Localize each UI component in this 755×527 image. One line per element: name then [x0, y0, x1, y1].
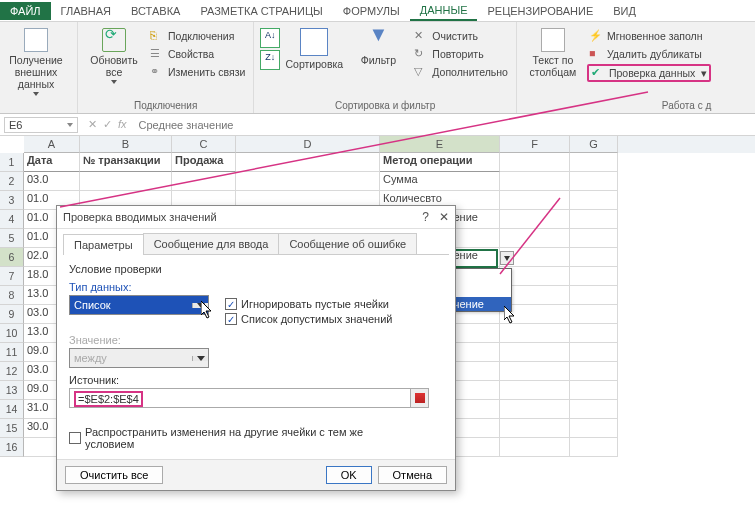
cell-C2[interactable] — [172, 172, 236, 191]
row-header-16[interactable]: 16 — [0, 438, 24, 457]
cell-A1[interactable]: Дата — [24, 153, 80, 172]
row-header-5[interactable]: 5 — [0, 229, 24, 248]
sort-button[interactable]: Сортировка — [284, 24, 344, 70]
tab-formulas[interactable]: ФОРМУЛЫ — [333, 2, 410, 20]
cell-G13[interactable] — [570, 381, 618, 400]
in-cell-dropdown-checkbox[interactable]: ✓ — [225, 313, 237, 325]
allow-type-combo[interactable]: Список — [69, 295, 209, 315]
remove-duplicates-button[interactable]: ■Удалить дубликаты — [587, 46, 711, 62]
cell-F13[interactable] — [500, 381, 570, 400]
column-header-B[interactable]: B — [80, 136, 172, 153]
cell-F1[interactable] — [500, 153, 570, 172]
cell-G1[interactable] — [570, 153, 618, 172]
row-header-11[interactable]: 11 — [0, 343, 24, 362]
source-input[interactable]: =$E$2:$E$4 — [69, 388, 429, 408]
dialog-tab-error-alert[interactable]: Сообщение об ошибке — [278, 233, 417, 254]
cell-F15[interactable] — [500, 419, 570, 438]
row-header-10[interactable]: 10 — [0, 324, 24, 343]
cell-G15[interactable] — [570, 419, 618, 438]
apply-changes-checkbox[interactable] — [69, 432, 81, 444]
accept-formula-icon[interactable]: ✓ — [103, 118, 112, 131]
flash-fill-button[interactable]: ⚡Мгновенное заполн — [587, 28, 711, 44]
column-header-A[interactable]: A — [24, 136, 80, 153]
range-picker-button[interactable] — [410, 389, 428, 407]
row-header-2[interactable]: 2 — [0, 172, 24, 191]
cell-A2[interactable]: 03.0 — [24, 172, 80, 191]
cell-G7[interactable] — [570, 267, 618, 286]
cell-B1[interactable]: № транзакции — [80, 153, 172, 172]
row-header-1[interactable]: 1 — [0, 153, 24, 172]
refresh-all-button[interactable]: Обновить все — [84, 24, 144, 84]
tab-data[interactable]: ДАННЫЕ — [410, 1, 478, 21]
cell-G4[interactable] — [570, 210, 618, 229]
cancel-button[interactable]: Отмена — [378, 466, 447, 484]
cell-G11[interactable] — [570, 343, 618, 362]
column-header-D[interactable]: D — [236, 136, 380, 153]
row-header-4[interactable]: 4 — [0, 210, 24, 229]
cell-G2[interactable] — [570, 172, 618, 191]
cell-F2[interactable] — [500, 172, 570, 191]
cell-G3[interactable] — [570, 191, 618, 210]
cell-G5[interactable] — [570, 229, 618, 248]
cell-E2[interactable]: Сумма — [380, 172, 500, 191]
reapply-button[interactable]: ↻Повторить — [412, 46, 510, 62]
data-validation-dropdown-button[interactable] — [500, 251, 514, 265]
tab-review[interactable]: РЕЦЕНЗИРОВАНИЕ — [477, 2, 603, 20]
cell-F14[interactable] — [500, 400, 570, 419]
dialog-close-button[interactable]: ✕ — [439, 210, 449, 224]
dialog-tab-input-message[interactable]: Сообщение для ввода — [143, 233, 280, 254]
cell-G16[interactable] — [570, 438, 618, 457]
tab-insert[interactable]: ВСТАВКА — [121, 2, 190, 20]
column-header-F[interactable]: F — [500, 136, 570, 153]
text-to-columns-button[interactable]: Текст по столбцам — [523, 24, 583, 78]
cell-E1[interactable]: Метод операции — [380, 153, 500, 172]
cell-F4[interactable] — [500, 210, 570, 229]
properties-button[interactable]: ☰Свойства — [148, 46, 247, 62]
clear-all-button[interactable]: Очистить все — [65, 466, 163, 484]
data-validation-button[interactable]: ✔Проверка данных▾ — [587, 64, 711, 82]
get-external-data-button[interactable]: Получение внешних данных — [6, 24, 66, 96]
row-header-7[interactable]: 7 — [0, 267, 24, 286]
cell-C1[interactable]: Продажа — [172, 153, 236, 172]
cell-F3[interactable] — [500, 191, 570, 210]
tab-layout[interactable]: РАЗМЕТКА СТРАНИЦЫ — [190, 2, 332, 20]
cell-F11[interactable] — [500, 343, 570, 362]
tab-home[interactable]: ГЛАВНАЯ — [51, 2, 121, 20]
column-header-G[interactable]: G — [570, 136, 618, 153]
connections-button[interactable]: ⎘Подключения — [148, 28, 247, 44]
row-header-3[interactable]: 3 — [0, 191, 24, 210]
column-header-C[interactable]: C — [172, 136, 236, 153]
cancel-formula-icon[interactable]: ✕ — [88, 118, 97, 131]
advanced-filter-button[interactable]: ▽Дополнительно — [412, 64, 510, 80]
dialog-help-button[interactable]: ? — [422, 210, 429, 224]
row-header-15[interactable]: 15 — [0, 419, 24, 438]
sort-za-button[interactable]: Z↓ — [260, 50, 280, 70]
ignore-blank-checkbox[interactable]: ✓ — [225, 298, 237, 310]
row-header-13[interactable]: 13 — [0, 381, 24, 400]
cell-G9[interactable] — [570, 305, 618, 324]
cell-D2[interactable] — [236, 172, 380, 191]
formula-input[interactable]: Среднее значение — [133, 117, 755, 133]
cell-F10[interactable] — [500, 324, 570, 343]
cell-G14[interactable] — [570, 400, 618, 419]
cell-B2[interactable] — [80, 172, 172, 191]
tab-file[interactable]: ФАЙЛ — [0, 2, 51, 20]
row-header-9[interactable]: 9 — [0, 305, 24, 324]
fx-icon[interactable]: fx — [118, 118, 127, 131]
cell-F12[interactable] — [500, 362, 570, 381]
row-header-8[interactable]: 8 — [0, 286, 24, 305]
dialog-tab-settings[interactable]: Параметры — [63, 234, 144, 255]
cell-F5[interactable] — [500, 229, 570, 248]
row-header-14[interactable]: 14 — [0, 400, 24, 419]
tab-view[interactable]: ВИД — [603, 2, 646, 20]
row-header-12[interactable]: 12 — [0, 362, 24, 381]
cell-G8[interactable] — [570, 286, 618, 305]
row-header-6[interactable]: 6 — [0, 248, 24, 267]
filter-button[interactable]: ▼Фильтр — [348, 24, 408, 66]
cell-G6[interactable] — [570, 248, 618, 267]
clear-filter-button[interactable]: ✕Очистить — [412, 28, 510, 44]
cell-G12[interactable] — [570, 362, 618, 381]
sort-az-button[interactable]: A↓ — [260, 28, 280, 48]
name-box[interactable]: E6 — [4, 117, 78, 133]
edit-links-button[interactable]: ⚭Изменить связи — [148, 64, 247, 80]
